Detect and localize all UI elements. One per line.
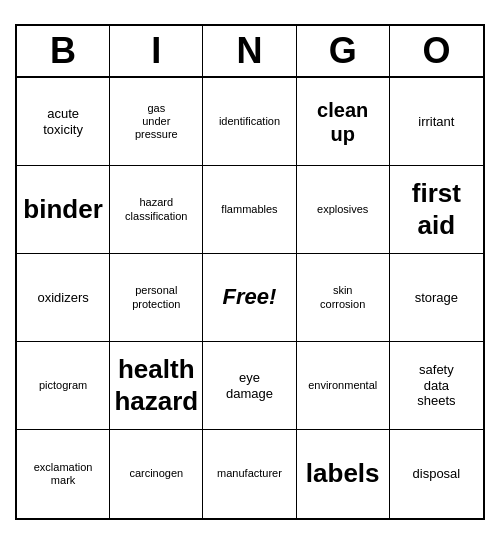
bingo-card: BINGO acute toxicitygas under pressureid…	[15, 24, 485, 520]
bingo-header: BINGO	[17, 26, 483, 78]
cell-text: explosives	[317, 203, 368, 216]
bingo-cell[interactable]: explosives	[297, 166, 390, 254]
cell-text: irritant	[418, 114, 454, 130]
bingo-cell[interactable]: environmental	[297, 342, 390, 430]
bingo-cell[interactable]: personal protection	[110, 254, 203, 342]
bingo-cell[interactable]: labels	[297, 430, 390, 518]
bingo-cell[interactable]: clean up	[297, 78, 390, 166]
bingo-cell[interactable]: eye damage	[203, 342, 296, 430]
bingo-cell[interactable]: Free!	[203, 254, 296, 342]
header-letter: I	[110, 26, 203, 76]
cell-text: skin corrosion	[320, 284, 365, 310]
cell-text: health hazard	[114, 354, 198, 416]
cell-text: exclamation mark	[34, 461, 93, 487]
bingo-cell[interactable]: health hazard	[110, 342, 203, 430]
cell-text: eye damage	[226, 370, 273, 401]
cell-text: personal protection	[132, 284, 180, 310]
cell-text: acute toxicity	[43, 106, 83, 137]
cell-text: disposal	[413, 466, 461, 482]
bingo-cell[interactable]: hazard classification	[110, 166, 203, 254]
header-letter: B	[17, 26, 110, 76]
cell-text: manufacturer	[217, 467, 282, 480]
cell-text: identification	[219, 115, 280, 128]
bingo-cell[interactable]: exclamation mark	[17, 430, 110, 518]
bingo-cell[interactable]: binder	[17, 166, 110, 254]
bingo-cell[interactable]: safety data sheets	[390, 342, 483, 430]
bingo-cell[interactable]: skin corrosion	[297, 254, 390, 342]
bingo-cell[interactable]: gas under pressure	[110, 78, 203, 166]
bingo-cell[interactable]: flammables	[203, 166, 296, 254]
cell-text: oxidizers	[37, 290, 88, 306]
bingo-cell[interactable]: acute toxicity	[17, 78, 110, 166]
cell-text: pictogram	[39, 379, 87, 392]
cell-text: Free!	[223, 284, 277, 310]
bingo-cell[interactable]: first aid	[390, 166, 483, 254]
bingo-cell[interactable]: irritant	[390, 78, 483, 166]
header-letter: N	[203, 26, 296, 76]
bingo-cell[interactable]: manufacturer	[203, 430, 296, 518]
header-letter: G	[297, 26, 390, 76]
cell-text: carcinogen	[129, 467, 183, 480]
cell-text: environmental	[308, 379, 377, 392]
cell-text: clean up	[317, 98, 368, 146]
bingo-cell[interactable]: pictogram	[17, 342, 110, 430]
cell-text: storage	[415, 290, 458, 306]
cell-text: flammables	[221, 203, 277, 216]
bingo-cell[interactable]: identification	[203, 78, 296, 166]
cell-text: safety data sheets	[417, 362, 455, 409]
cell-text: hazard classification	[125, 196, 187, 222]
cell-text: first aid	[412, 178, 461, 240]
bingo-grid: acute toxicitygas under pressureidentifi…	[17, 78, 483, 518]
header-letter: O	[390, 26, 483, 76]
bingo-cell[interactable]: storage	[390, 254, 483, 342]
bingo-cell[interactable]: oxidizers	[17, 254, 110, 342]
cell-text: gas under pressure	[135, 102, 178, 142]
cell-text: binder	[23, 194, 102, 225]
bingo-cell[interactable]: disposal	[390, 430, 483, 518]
cell-text: labels	[306, 458, 380, 489]
bingo-cell[interactable]: carcinogen	[110, 430, 203, 518]
